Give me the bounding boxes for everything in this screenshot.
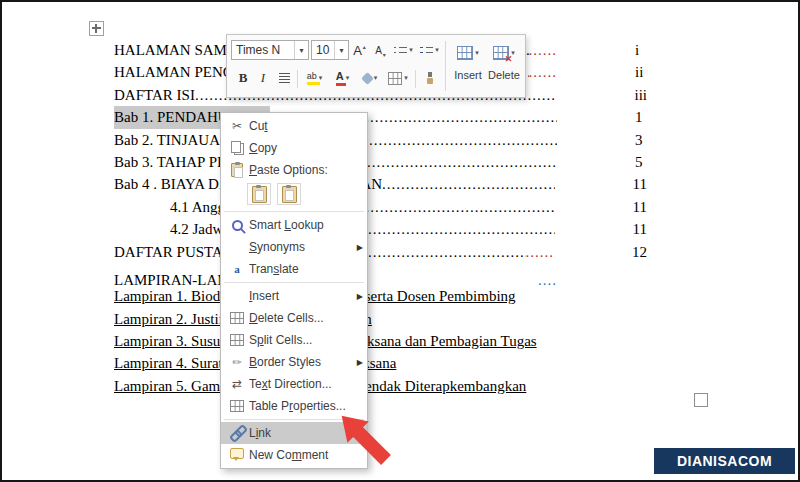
chevron-down-icon: ▾ [435,46,439,54]
clipboard-icon [282,186,297,203]
font-size-select[interactable]: 10 ▾ [311,40,349,60]
bold-button[interactable]: B [233,68,253,88]
dianisa-watermark: DIANISACOM [654,448,795,474]
toc-entry: Bab 4 . BIAYA DAN JADWAL KEGIATAN11 [114,173,647,195]
toc-entry: Lampiran 5. Gambaran Teknologi yang Hend… [114,375,647,397]
highlight-button[interactable]: ab▾ [301,68,328,88]
comment-icon [225,451,249,459]
grow-font-button[interactable]: A▴ [349,40,370,60]
red-arrow-pointer [330,404,400,474]
dotted-leader [382,173,554,195]
menu-separator [224,211,364,212]
delete-cells-icon [225,312,249,324]
table-move-handle[interactable] [89,21,104,36]
toc-entry: 4.1 Anggaran Biaya11 [114,196,647,218]
bullet-list-icon [394,45,407,56]
submenu-arrow-icon: ▶ [351,292,363,301]
menu-item-cut[interactable]: Cut [221,115,367,137]
menu-separator [224,282,364,283]
page-number: 11 [555,173,647,195]
shading-icon [361,72,374,85]
menu-item-delete-cells[interactable]: Delete Cells... [221,307,367,329]
paste-options-row [221,181,367,209]
toc-entry: Bab 3. TAHAP PELAKSANAAN5 [114,151,647,173]
split-cells-icon [225,334,249,346]
word-document-window: HALAMAN SAMPULi HALAMAN PENGESAHANii DAF… [0,0,800,482]
menu-item-translate[interactable]: Translate [221,258,367,280]
chevron-down-icon: ▾ [475,49,479,57]
page-number: 1 [557,106,647,128]
leader-tail [526,241,555,263]
menu-item-text-direction[interactable]: Text Direction... [221,373,367,395]
page-number: 5 [557,151,647,173]
bullets-button[interactable]: ▾ [391,40,416,60]
chevron-down-icon: ▾ [319,74,323,82]
chevron-down-icon[interactable]: ▾ [294,41,308,59]
format-painter-icon [425,72,435,85]
align-icon [279,73,290,83]
translate-icon [225,262,249,276]
chevron-down-icon: ▾ [346,74,350,82]
form-checkbox[interactable] [694,393,708,407]
delete-table-icon [493,46,509,60]
toc-entry: DAFTAR PUSTAKA12 [114,241,647,263]
submenu-arrow-icon: ▶ [351,358,363,367]
toolbar-separator [415,70,416,88]
mini-toolbar: Times N ▾ 10 ▾ A▴ A▾ ▾ ▾ ▾ Insert ▾ Dele… [226,34,526,98]
scissors-icon [225,119,249,133]
toc-entry: LAMPIRAN-LAMPIRAN [114,263,647,285]
shrink-font-button[interactable]: A▾ [371,40,390,60]
menu-item-smart-lookup[interactable]: Smart Lookup [221,214,367,236]
paste-keep-source-formatting-button[interactable] [247,183,271,205]
toc-entry: Lampiran 1. Biodata Ketua dan Anggota, s… [114,285,647,307]
delete-table-button[interactable]: ▾ Delete [487,39,521,93]
toolbar-separator [445,41,446,91]
italic-button[interactable]: I [254,68,272,88]
toc-entry: Lampiran 3. Susunan Organisasi Tim Pelak… [114,330,647,352]
leader-tail [538,269,557,291]
format-painter-button[interactable] [419,68,441,88]
borders-button[interactable]: ▾ [385,68,411,88]
toolbar-separator [297,70,298,88]
chevron-down-icon[interactable]: ▾ [334,41,348,59]
menu-item-copy[interactable]: Copy [221,137,367,159]
table-properties-icon [225,400,249,412]
menu-item-paste-options: Paste Options: [221,159,367,181]
page-number: 11 [555,218,647,240]
toc-entry: Bab 2. TINJAUAN PUSTAKA3 [114,129,647,151]
toc-entry: 4.2 Jadwal Kegiatan11 [114,218,647,240]
align-button[interactable] [274,68,294,88]
insert-table-icon [457,46,473,60]
link-icon [225,426,249,440]
insert-table-button[interactable]: ▾ Insert [451,39,485,93]
font-color-button[interactable]: A▾ [330,68,355,88]
page-number: 12 [554,241,647,263]
leader-tail [529,39,558,61]
chevron-down-icon: ▾ [409,46,413,54]
submenu-arrow-icon: ▶ [351,243,363,252]
page-number: 3 [557,129,647,151]
shading-button[interactable]: ▾ [357,68,383,88]
chevron-down-icon: ▾ [404,74,408,82]
font-name-select[interactable]: Times N ▾ [231,40,309,60]
chevron-down-icon: ▾ [374,74,378,82]
menu-item-border-styles[interactable]: Border Styles ▶ [221,351,367,373]
page-number: i [557,39,647,61]
toc-entry: Lampiran 2. Justifikasi Anggaran Kegiata… [114,308,647,330]
clipboard-icon [252,186,267,203]
copy-icon [225,141,249,155]
menu-item-split-cells[interactable]: Split Cells... [221,329,367,351]
watermark-text: DIANISACOM [677,453,772,469]
menu-item-synonyms[interactable]: Synonyms ▶ [221,236,367,258]
paste-keep-text-only-button[interactable] [277,183,301,205]
caret-up-icon: ▴ [363,43,366,50]
toc-entry: Lampiran 4. Surat Pernyataan Ketua Pelak… [114,352,647,374]
menu-item-insert[interactable]: Insert ▶ [221,285,367,307]
page-number: ii [557,61,647,83]
toc-entry-selected: Bab 1. PENDAHULUAN1 [114,106,647,128]
text-direction-icon [225,377,249,391]
caret-down-icon: ▾ [383,51,386,58]
numbering-button[interactable]: ▾ [417,40,442,60]
page-number: iii [556,84,647,106]
borders-icon [388,72,402,85]
